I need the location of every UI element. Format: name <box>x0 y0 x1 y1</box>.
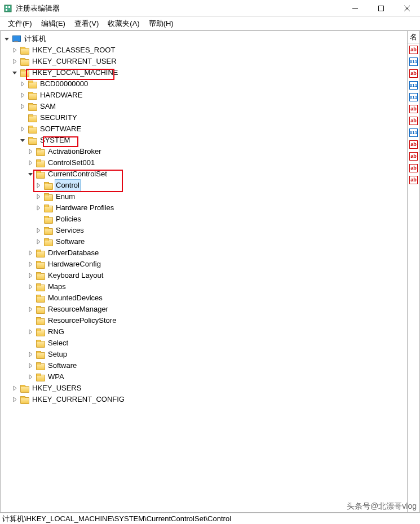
value-row[interactable]: ab <box>408 44 419 56</box>
expander-icon[interactable] <box>34 193 42 201</box>
value-row[interactable]: 011 <box>408 79 419 91</box>
expander-icon[interactable] <box>19 114 26 122</box>
menu-help[interactable]: 帮助(H) <box>144 19 178 29</box>
tree-policies[interactable]: Policies <box>3 214 407 225</box>
expander-icon[interactable] <box>26 339 34 347</box>
expander-icon[interactable] <box>26 260 34 268</box>
expander-icon[interactable] <box>11 69 19 77</box>
expander-icon[interactable] <box>26 272 34 279</box>
value-row[interactable]: ab <box>408 68 419 79</box>
expander-icon[interactable] <box>34 204 42 212</box>
expander-icon[interactable] <box>26 249 34 257</box>
tree-services[interactable]: Services <box>3 225 407 236</box>
expander-icon[interactable] <box>26 362 34 370</box>
tree-hardwareconfig[interactable]: HardwareConfig <box>3 259 407 270</box>
tree-maps[interactable]: Maps <box>3 281 407 292</box>
expander-icon[interactable] <box>26 148 34 156</box>
menu-file[interactable]: 文件(F) <box>3 19 37 29</box>
svg-rect-0 <box>5 5 11 12</box>
value-row[interactable]: ab <box>408 150 419 162</box>
tree-keyboardlayout[interactable]: Keyboard Layout <box>3 270 407 281</box>
expander-icon[interactable] <box>11 57 19 65</box>
expander-icon[interactable] <box>26 294 34 302</box>
expander-icon[interactable] <box>19 91 26 99</box>
tree-hku[interactable]: HKEY_USERS <box>3 383 407 394</box>
folder-icon <box>36 317 45 325</box>
values-header-name[interactable]: 名 <box>408 31 419 44</box>
expander-icon[interactable] <box>26 350 34 358</box>
tree-activationbroker[interactable]: ActivationBroker <box>3 146 407 157</box>
tree-wpa[interactable]: WPA <box>3 371 407 383</box>
menu-view[interactable]: 查看(V) <box>70 19 103 29</box>
expander-icon[interactable] <box>34 181 42 189</box>
tree-enum[interactable]: Enum <box>3 191 407 202</box>
value-row[interactable]: ab <box>408 139 419 150</box>
reg-string-icon: ab <box>409 46 418 54</box>
tree-software-top[interactable]: SOFTWARE <box>3 123 407 135</box>
expander-icon[interactable] <box>26 317 34 325</box>
expander-icon[interactable] <box>11 46 19 54</box>
menu-edit[interactable]: 编辑(E) <box>37 19 70 29</box>
tree-resourcemanager[interactable]: ResourceManager <box>3 304 407 315</box>
tree-select[interactable]: Select <box>3 338 407 349</box>
reg-string-icon: ab <box>409 140 418 149</box>
app-icon <box>3 4 12 13</box>
value-row[interactable]: ab <box>408 115 419 127</box>
tree-driverdatabase[interactable]: DriverDatabase <box>3 247 407 259</box>
expander-icon[interactable] <box>19 136 26 144</box>
tree-hwprofiles[interactable]: Hardware Profiles <box>3 202 407 214</box>
tree-control[interactable]: Control <box>3 180 407 191</box>
expander-icon[interactable] <box>19 125 26 133</box>
tree-system[interactable]: SYSTEM <box>3 135 407 146</box>
value-row[interactable]: 011 <box>408 91 419 103</box>
tree-label: Enum <box>55 191 76 202</box>
close-button[interactable] <box>394 0 420 16</box>
tree-rng[interactable]: RNG <box>3 326 407 338</box>
value-row[interactable]: 011 <box>408 56 419 68</box>
expander-icon[interactable] <box>26 373 34 381</box>
minimize-button[interactable] <box>342 0 368 16</box>
expander-icon[interactable] <box>26 305 34 313</box>
tree-label: HardwareConfig <box>47 259 102 270</box>
tree-software-sys[interactable]: Software <box>3 360 407 371</box>
tree-controlset001[interactable]: ControlSet001 <box>3 157 407 168</box>
expander-icon[interactable] <box>3 35 11 43</box>
tree-pane[interactable]: 计算机HKEY_CLASSES_ROOTHKEY_CURRENT_USERHKE… <box>0 30 408 513</box>
folder-icon <box>43 215 52 223</box>
tree-label: HKEY_CLASSES_ROOT <box>31 45 116 56</box>
value-row[interactable]: 011 <box>408 127 419 139</box>
expander-icon[interactable] <box>26 283 34 291</box>
folder-icon <box>43 227 52 234</box>
reg-string-icon: ab <box>409 176 418 184</box>
tree-sam[interactable]: SAM <box>3 101 407 112</box>
tree-hkcr[interactable]: HKEY_CLASSES_ROOT <box>3 45 407 56</box>
expander-icon[interactable] <box>34 238 42 246</box>
values-pane[interactable]: 名 ab011ab011011abab011abababab <box>408 30 420 513</box>
tree-currentcontrolset[interactable]: CurrentControlSet <box>3 168 407 180</box>
expander-icon[interactable] <box>34 227 42 234</box>
tree-hardware[interactable]: HARDWARE <box>3 90 407 101</box>
value-row[interactable]: ab <box>408 162 419 174</box>
tree-mounteddevices[interactable]: MountedDevices <box>3 292 407 304</box>
tree-software-ccs[interactable]: Software <box>3 236 407 247</box>
tree-bcd[interactable]: BCD00000000 <box>3 78 407 90</box>
value-row[interactable]: ab <box>408 103 419 115</box>
tree-root[interactable]: 计算机 <box>3 33 407 45</box>
maximize-button[interactable] <box>368 0 394 16</box>
tree-setup[interactable]: Setup <box>3 349 407 360</box>
expander-icon[interactable] <box>11 384 19 392</box>
menu-favorites[interactable]: 收藏夹(A) <box>103 19 144 29</box>
expander-icon[interactable] <box>11 396 19 403</box>
tree-hkcu[interactable]: HKEY_CURRENT_USER <box>3 56 407 67</box>
expander-icon[interactable] <box>19 103 26 110</box>
expander-icon[interactable] <box>26 170 34 178</box>
tree-resourcepolicystore[interactable]: ResourcePolicyStore <box>3 315 407 326</box>
expander-icon[interactable] <box>26 159 34 167</box>
expander-icon[interactable] <box>26 328 34 336</box>
tree-hklm[interactable]: HKEY_LOCAL_MACHINE <box>3 67 407 78</box>
value-row[interactable]: ab <box>408 174 419 186</box>
tree-hkcc[interactable]: HKEY_CURRENT_CONFIG <box>3 394 407 405</box>
expander-icon[interactable] <box>19 80 26 88</box>
tree-security[interactable]: SECURITY <box>3 112 407 123</box>
expander-icon[interactable] <box>34 215 42 223</box>
